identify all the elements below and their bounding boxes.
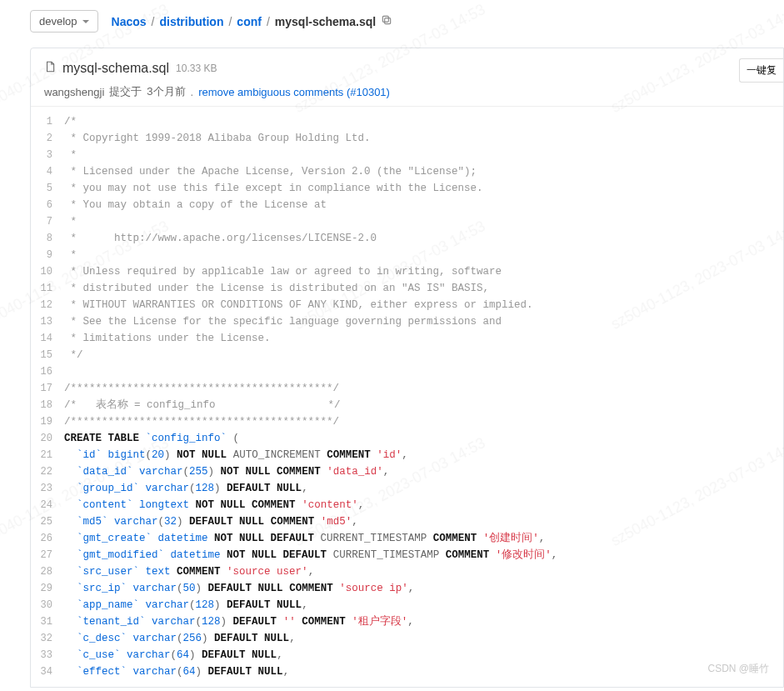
code-line: 17/*************************************… [31, 380, 783, 397]
line-content: `md5` varchar(32) DEFAULT NULL COMMENT '… [64, 513, 783, 530]
code-line: 24 `content` longtext NOT NULL COMMENT '… [31, 497, 783, 513]
code-line: 11 * distributed under the License is di… [31, 280, 783, 297]
line-number: 34 [31, 663, 64, 680]
file-card: mysql-schema.sql 10.33 KB wangshengji 提交… [30, 48, 784, 688]
line-number: 1 [31, 113, 64, 130]
line-content: * [64, 213, 783, 230]
line-content: `gmt_create` datetime NOT NULL DEFAULT C… [64, 530, 783, 547]
code-line: 5 * you may not use this file except in … [31, 180, 783, 197]
code-line: 20CREATE TABLE `config_info` ( [31, 430, 783, 447]
commit-rel-time: 3个月前 [147, 84, 185, 99]
line-content: * distributed under the License is distr… [64, 280, 783, 297]
file-icon [44, 60, 56, 76]
code-line: 1/* [31, 113, 783, 130]
line-number: 21 [31, 447, 64, 463]
line-number: 30 [31, 597, 64, 613]
svg-rect-0 [385, 18, 391, 24]
line-number: 20 [31, 430, 64, 447]
code-line: 27 `gmt_modified` datetime NOT NULL DEFA… [31, 547, 783, 563]
breadcrumb-part-0[interactable]: Nacos [112, 15, 147, 28]
code-line: 13 * See the License for the specific la… [31, 313, 783, 330]
line-number: 31 [31, 613, 64, 630]
line-number: 33 [31, 647, 64, 663]
breadcrumb-sep: / [228, 15, 232, 28]
line-content: `id` bigint(20) NOT NULL AUTO_INCREMENT … [64, 447, 783, 463]
branch-label: develop [39, 15, 77, 28]
line-content: * you may not use this file except in co… [64, 180, 783, 197]
code-line: 10 * Unless required by applicable law o… [31, 263, 783, 280]
line-number: 3 [31, 147, 64, 163]
line-content: * Licensed under the Apache License, Ver… [64, 163, 783, 180]
line-number: 24 [31, 497, 64, 513]
code-line: 31 `tenant_id` varchar(128) DEFAULT '' C… [31, 613, 783, 630]
code-line: 18/* 表名称 = config_info */ [31, 397, 783, 413]
line-number: 12 [31, 297, 64, 313]
line-content: /***************************************… [64, 380, 783, 397]
line-number: 26 [31, 530, 64, 547]
line-content: */ [64, 347, 783, 363]
breadcrumb-part-1[interactable]: distribution [159, 15, 223, 28]
file-header: mysql-schema.sql 10.33 KB wangshengji 提交… [31, 48, 783, 107]
code-line: 16 [31, 363, 783, 380]
line-content: /* [64, 113, 783, 130]
code-line: 28 `src_user` text COMMENT 'source user'… [31, 563, 783, 580]
code-line: 12 * WITHOUT WARRANTIES OR CONDITIONS OF… [31, 297, 783, 313]
line-content: `content` longtext NOT NULL COMMENT 'con… [64, 497, 783, 513]
commit-author: wangshengji [44, 86, 104, 98]
line-number: 16 [31, 363, 64, 380]
commit-message-link[interactable]: remove ambiguous comments (#10301) [198, 86, 390, 98]
line-content: `src_ip` varchar(50) DEFAULT NULL COMMEN… [64, 580, 783, 597]
line-content: `gmt_modified` datetime NOT NULL DEFAULT… [64, 547, 783, 563]
code-line: 26 `gmt_create` datetime NOT NULL DEFAUL… [31, 530, 783, 547]
one-click-copy-button[interactable]: 一键复 [739, 58, 783, 83]
line-number: 17 [31, 380, 64, 397]
copy-path-icon[interactable] [381, 14, 392, 28]
line-content: `group_id` varchar(128) DEFAULT NULL, [64, 480, 783, 497]
breadcrumb: Nacos / distribution / conf / mysql-sche… [112, 14, 393, 28]
line-number: 18 [31, 397, 64, 413]
code-line: 21 `id` bigint(20) NOT NULL AUTO_INCREME… [31, 447, 783, 463]
line-number: 27 [31, 547, 64, 563]
line-content: * Copyright 1999-2018 Alibaba Group Hold… [64, 130, 783, 147]
line-number: 7 [31, 213, 64, 230]
code-line: 7 * [31, 213, 783, 230]
line-content [64, 363, 783, 380]
line-number: 23 [31, 480, 64, 497]
line-number: 11 [31, 280, 64, 297]
code-line: 33 `c_use` varchar(64) DEFAULT NULL, [31, 647, 783, 663]
line-content: CREATE TABLE `config_info` ( [64, 430, 783, 447]
code-line: 22 `data_id` varchar(255) NOT NULL COMME… [31, 463, 783, 480]
svg-rect-1 [383, 16, 389, 22]
code-line: 30 `app_name` varchar(128) DEFAULT NULL, [31, 597, 783, 613]
line-number: 10 [31, 263, 64, 280]
file-title-row: mysql-schema.sql 10.33 KB [44, 60, 770, 76]
line-content: /* 表名称 = config_info */ [64, 397, 783, 413]
line-content: * http://www.apache.org/licenses/LICENSE… [64, 230, 783, 247]
line-content: * [64, 247, 783, 263]
line-content: * See the License for the specific langu… [64, 313, 783, 330]
code-line: 34 `effect` varchar(64) DEFAULT NULL, [31, 663, 783, 680]
line-number: 32 [31, 630, 64, 647]
code-line: 32 `c_desc` varchar(256) DEFAULT NULL, [31, 630, 783, 647]
line-number: 8 [31, 230, 64, 247]
breadcrumb-part-2[interactable]: conf [237, 15, 262, 28]
line-number: 5 [31, 180, 64, 197]
line-content: `c_use` varchar(64) DEFAULT NULL, [64, 647, 783, 663]
line-number: 4 [31, 163, 64, 180]
code-area: 1/*2 * Copyright 1999-2018 Alibaba Group… [31, 107, 783, 687]
code-line: 9 * [31, 247, 783, 263]
branch-selector[interactable]: develop [30, 10, 98, 33]
chevron-down-icon [82, 20, 89, 23]
code-line: 8 * http://www.apache.org/licenses/LICEN… [31, 230, 783, 247]
topbar: develop Nacos / distribution / conf / my… [0, 0, 784, 43]
line-number: 2 [31, 130, 64, 147]
line-content: /***************************************… [64, 413, 783, 430]
line-content: * You may obtain a copy of the License a… [64, 197, 783, 213]
breadcrumb-current: mysql-schema.sql [275, 15, 376, 28]
breadcrumb-sep: / [152, 15, 155, 28]
line-number: 6 [31, 197, 64, 213]
line-number: 29 [31, 580, 64, 597]
code-line: 6 * You may obtain a copy of the License… [31, 197, 783, 213]
code-line: 2 * Copyright 1999-2018 Alibaba Group Ho… [31, 130, 783, 147]
line-content: `app_name` varchar(128) DEFAULT NULL, [64, 597, 783, 613]
